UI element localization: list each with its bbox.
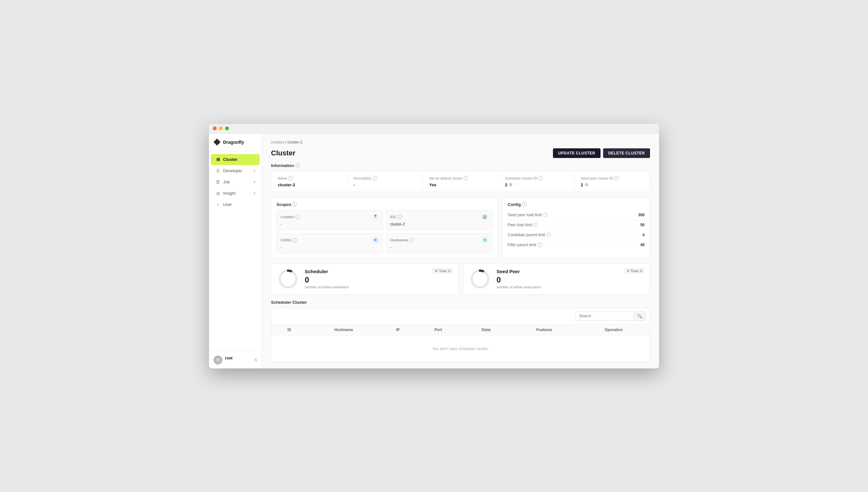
seed-peer-cluster-label: Seed Peer Cluster [271,368,650,368]
config-help-icon[interactable]: i [522,202,527,206]
sidebar-item-insight[interactable]: ◎ Insight ▾ [211,188,260,199]
copy-icon[interactable]: ⧉ [509,182,512,187]
page-title: Cluster [271,149,295,157]
seed-peer-donut [470,269,490,289]
sidebar-item-developer[interactable]: ⟨⟩ Developer ▾ [211,165,260,176]
stat-cards-row: Scheduler 0 number of active schedulers … [271,263,650,295]
total-grid-icon-2: ⊞ [627,269,629,273]
total-grid-icon: ⊞ [435,269,438,273]
col-state: State [461,324,511,336]
information-help-icon[interactable]: i [295,163,300,168]
sidebar-item-label: Job [223,179,230,184]
config-row-peer-load: Peer load limit i 50 [508,220,645,230]
scheduler-id-help-icon[interactable]: i [538,176,543,180]
idc-help-icon[interactable]: i [397,215,402,219]
location-help-icon[interactable]: i [295,215,300,219]
sidebar-item-label: Insight [223,191,235,196]
cidrs-help-icon[interactable]: i [292,238,297,242]
scope-idc: IDC i 🏢 cluster-2 [386,210,493,230]
user-info: root - [225,356,252,364]
config-row-candidate-parent: Candidate parent limit i 4 [508,230,645,240]
close-dot[interactable] [213,126,217,130]
scheduler-cluster-label: Scheduler Cluster [271,300,650,305]
col-features: Features [511,324,577,336]
default-help-icon[interactable]: i [464,176,468,180]
col-operation: Operation [578,324,650,336]
seed-peer-donut-svg [470,269,490,289]
col-hostname: Hostname [307,324,380,336]
peer-load-help-icon[interactable]: i [533,223,538,227]
config-panel: Config i Seed peer load limit i 300 Peer… [502,197,650,258]
info-cell-default: Set as default cluster i Yes [423,172,499,192]
maximize-dot[interactable] [225,126,229,130]
sidebar-item-user[interactable]: ○ User [211,199,260,210]
seed-peer-total-badge: ⊞ Total: 0 [624,268,645,274]
scopes-config-row: Scopes i Location i 📍 [271,197,650,258]
chevron-down-icon: ▾ [254,192,255,195]
scheduler-donut [278,269,298,289]
scope-location: Location i 📍 - [277,210,383,230]
breadcrumb-parent[interactable]: clusters [271,140,284,145]
job-icon: ☰ [215,179,220,185]
sidebar-logo: Dragonfly [209,133,262,151]
copy-icon-2[interactable]: ⧉ [585,182,588,187]
scope-grid: Location i 📍 - IDC [277,210,492,253]
sidebar-item-label: Developer [223,168,242,173]
page-header: Cluster UPDATE CLUSTER DELETE CLUSTER [271,148,650,158]
header-actions: UPDATE CLUSTER DELETE CLUSTER [553,148,650,158]
seed-peer-card-info: Seed Peer 0 number of active seed peers [497,269,643,289]
idc-icon: 🏢 [481,214,488,220]
cidrs-icon: ⊕ [372,237,379,243]
hostnames-help-icon[interactable]: i [409,238,414,242]
information-section-label: Information i [271,163,650,168]
minimize-dot[interactable] [219,126,223,130]
seed-peer-load-help-icon[interactable]: i [543,213,548,217]
desc-help-icon[interactable]: i [373,176,377,180]
user-icon: ○ [215,202,220,207]
config-label: Config i [508,202,645,207]
config-row-filter-parent: Filter parent limit i 40 [508,240,645,250]
breadcrumb: clusters / cluster-2 [271,140,650,145]
scheduler-table-toolbar: 🔍 [271,308,650,324]
scheduler-search-button[interactable]: 🔍 [634,312,646,320]
sidebar-item-job[interactable]: ☰ Job ▾ [211,177,260,188]
candidate-help-icon[interactable]: i [547,232,551,237]
scope-hostnames: Hostnames i ⊞ - [386,233,493,253]
svg-point-0 [280,271,296,287]
scheduler-card-info: Scheduler 0 number of active schedulers [305,269,452,289]
col-port: Port [416,324,461,336]
insight-icon: ◎ [215,191,220,196]
scopes-label: Scopes i [277,202,492,207]
user-role: - [225,361,252,364]
sidebar-item-cluster[interactable]: ⊞ Cluster [211,154,260,165]
filter-help-icon[interactable]: i [537,243,542,247]
scheduler-search-input[interactable] [576,312,634,320]
name-help-icon[interactable]: i [288,176,293,180]
scheduler-search-box: 🔍 [575,312,646,321]
col-ip: IP [380,324,416,336]
sidebar-footer[interactable]: R root - ⇅ [209,351,262,368]
update-cluster-button[interactable]: UPDATE CLUSTER [553,148,600,158]
user-chevron-icon: ⇅ [254,358,257,362]
logo-text: Dragonfly [223,140,244,145]
developer-icon: ⟨⟩ [215,168,220,173]
info-cell-description: Description i - [347,172,423,192]
scheduler-card: Scheduler 0 number of active schedulers … [271,263,458,295]
seed-peer-card: Seed Peer 0 number of active seed peers … [463,263,650,295]
info-cell-scheduler-id: Scheduler cluster ID i 2 ⧉ [499,172,575,192]
config-row-seed-peer-load: Seed peer load limit i 300 [508,210,645,220]
sidebar-nav: ⊞ Cluster ⟨⟩ Developer ▾ ☰ Job ▾ ◎ Insig… [209,151,262,351]
scopes-help-icon[interactable]: i [293,202,297,206]
chevron-down-icon: ▾ [254,169,255,172]
sidebar-item-label: User [223,202,232,207]
scopes-panel: Scopes i Location i 📍 [271,197,498,258]
avatar: R [213,355,222,365]
scheduler-cluster-table-section: 🔍 ID Hostname IP Port State Features Ope… [271,308,650,363]
delete-cluster-button[interactable]: DELETE CLUSTER [603,148,650,158]
logo-icon [213,139,220,146]
seed-peer-id-help-icon[interactable]: i [614,176,619,180]
scheduler-total-badge: ⊞ Total: 0 [432,268,453,274]
col-id: ID [271,324,307,336]
breadcrumb-current: cluster-2 [287,140,302,145]
titlebar [209,124,659,133]
